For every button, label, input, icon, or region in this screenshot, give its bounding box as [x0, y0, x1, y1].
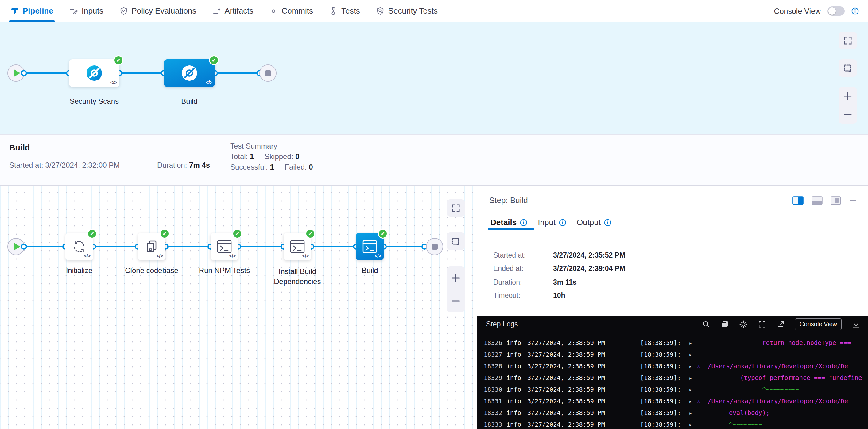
inputs-icon [69, 7, 78, 16]
commits-icon [269, 7, 278, 16]
zoom-out-button[interactable] [446, 289, 465, 312]
test-summary-row1: Total: 1 Skipped: 0 [230, 152, 308, 161]
expand-caret-icon[interactable]: ▸ [689, 372, 692, 384]
success-badge: ✔ [160, 229, 169, 239]
tab-artifacts[interactable]: Artifacts [212, 0, 253, 22]
successful-value: 1 [270, 163, 274, 171]
successful-label: Successful: [230, 163, 268, 171]
detail-value: 10h [553, 292, 565, 300]
tab-details[interactable]: Details [491, 218, 527, 227]
log-line-number: 18327 [484, 349, 503, 360]
tab-tests[interactable]: Tests [329, 0, 360, 22]
log-time: [18:38:59]: [640, 361, 681, 372]
stage-summary: Build Started at: 3/27/2024, 2:32:00 PM … [0, 134, 868, 186]
log-line-number: 18330 [484, 384, 503, 395]
console-view-toggle[interactable] [828, 6, 845, 16]
zoom-in-button[interactable] [839, 87, 857, 105]
detail-value: 3/27/2024, 2:39:04 PM [553, 265, 625, 273]
skipped-label: Skipped: [265, 152, 293, 161]
tab-inputs[interactable]: Inputs [69, 0, 103, 22]
code-template-icon: </> [157, 253, 163, 259]
expand-caret-icon[interactable]: ▸ [689, 337, 692, 349]
log-level: info [506, 337, 523, 348]
log-time: [18:38:59]: [640, 396, 681, 407]
log-level: info [506, 372, 523, 384]
code-template-icon: </> [375, 253, 381, 259]
clone-icon [144, 239, 159, 254]
log-time: [18:38:59]: [640, 384, 681, 395]
layout-split-vertical-icon[interactable] [793, 196, 804, 205]
tab-label: Input [538, 218, 556, 227]
minus-icon [451, 296, 461, 306]
marquee-select-button[interactable] [839, 59, 857, 77]
log-level: info [506, 407, 523, 419]
play-icon [14, 243, 20, 250]
fullscreen-button[interactable] [446, 199, 465, 217]
tab-label: Security Tests [388, 6, 438, 16]
step-card-install-build-dependencies[interactable]: </> ✔ [284, 233, 311, 261]
step-card-initialize[interactable]: </> ✔ [65, 233, 93, 261]
toggle-knob [828, 7, 836, 15]
check-icon: ✔ [90, 231, 94, 237]
console-view-button[interactable]: Console View [795, 318, 842, 330]
duration-label: Duration: [157, 161, 187, 169]
log-settings-button[interactable] [739, 320, 748, 329]
security-tests-icon [376, 7, 384, 16]
download-logs-button[interactable] [852, 320, 860, 328]
log-date: 3/27/2024, 2:38:59 PM [527, 337, 604, 348]
log-line: 18328 info 3/27/2024, 2:38:59 PM [18:38:… [484, 361, 868, 372]
info-icon[interactable] [520, 219, 527, 226]
top-nav: Pipeline Inputs Policy Evaluations [0, 0, 868, 22]
info-icon[interactable] [604, 219, 611, 226]
layout-split-horizontal-icon[interactable] [811, 196, 823, 205]
code-template-icon: </> [229, 253, 236, 259]
failed-value: 0 [309, 163, 313, 171]
tab-policy-evaluations[interactable]: Policy Evaluations [119, 0, 196, 22]
expand-caret-icon[interactable]: ▸ [689, 349, 692, 361]
step-graph-canvas: </> ✔ </> ✔ [0, 186, 477, 429]
tab-output[interactable]: Output [577, 218, 611, 227]
step-logs-header: Step Logs [477, 316, 868, 333]
fullscreen-icon [758, 320, 766, 328]
detail-label: Ended at: [493, 265, 523, 273]
tab-label: Policy Evaluations [132, 6, 196, 16]
zoom-in-button[interactable] [446, 266, 465, 289]
test-summary-row2: Successful: 1 Failed: 0 [230, 163, 322, 171]
open-logs-new-tab-button[interactable] [777, 320, 784, 328]
expand-logs-button[interactable] [758, 320, 766, 328]
tab-input[interactable]: Input [538, 218, 566, 227]
step-card-build[interactable]: </> ✔ [356, 233, 384, 261]
expand-caret-icon[interactable]: ▸ [689, 407, 692, 419]
success-badge: ✔ [378, 229, 388, 239]
log-time: [18:38:59]: [640, 372, 681, 384]
tab-commits[interactable]: Commits [269, 0, 313, 22]
copy-logs-button[interactable] [721, 320, 728, 328]
tab-security-tests[interactable]: Security Tests [376, 0, 438, 22]
info-icon[interactable] [851, 7, 859, 15]
step-card-clone-codebase[interactable]: </> ✔ [138, 233, 165, 261]
step-card-run-npm-tests[interactable]: </> ✔ [211, 233, 238, 261]
expand-caret-icon[interactable]: ▸ [689, 384, 692, 396]
search-logs-button[interactable] [702, 320, 710, 328]
marquee-select-button[interactable] [446, 233, 465, 250]
zoom-controls [839, 87, 857, 124]
stage-card-security-scans[interactable]: </> ✔ [69, 59, 119, 87]
policy-evaluations-icon [119, 7, 128, 16]
fullscreen-button[interactable] [839, 32, 857, 49]
marquee-select-icon [451, 237, 460, 246]
expand-caret-icon[interactable]: ▸ [689, 419, 692, 429]
tab-pipeline[interactable]: Pipeline [10, 0, 53, 22]
zoom-out-button[interactable] [839, 105, 857, 124]
minimize-panel-icon[interactable] [849, 196, 857, 205]
log-message: ^~~~~~~~~~ [700, 384, 799, 395]
stage-card-build[interactable]: </> ✔ [164, 59, 215, 87]
log-message: ^~~~~~~~~ [700, 419, 763, 429]
step-label: Build [362, 266, 378, 275]
pipeline-execution-page: Pipeline Inputs Policy Evaluations [0, 0, 868, 429]
layout-floating-icon[interactable] [831, 196, 841, 205]
port [21, 70, 27, 76]
step-logs-title: Step Logs [486, 320, 692, 328]
expand-caret-icon[interactable]: ▸ [689, 396, 692, 407]
expand-caret-icon[interactable]: ▸ [689, 361, 692, 372]
info-icon[interactable] [559, 219, 566, 226]
